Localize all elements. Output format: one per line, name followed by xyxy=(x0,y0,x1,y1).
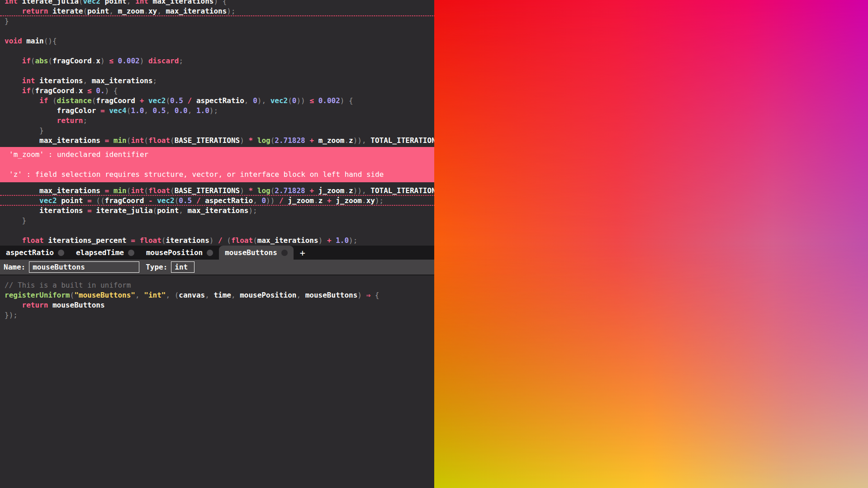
uniform-tab-label: elapsedTime xyxy=(76,248,124,257)
uniform-tab-aspectRatio[interactable]: aspectRatio xyxy=(0,246,70,260)
shader-preview-canvas[interactable] xyxy=(434,0,868,488)
uniform-inspector-bar: Name: Type: xyxy=(0,260,434,275)
code-line: vec2 point = ((fragCoord - vec2(0.5 / as… xyxy=(5,196,434,206)
uniform-type-label: Type: xyxy=(146,263,167,271)
code-line: // This is a built in uniform xyxy=(5,280,434,290)
code-line: max_iterations = min(int(float(BASE_ITER… xyxy=(5,136,434,146)
code-line: void main(){ xyxy=(5,36,434,46)
uniform-name-input[interactable] xyxy=(29,261,139,273)
shader-code-editor[interactable]: int iterate_julia(vec2 point, int max_it… xyxy=(0,0,434,246)
tab-indicator-icon xyxy=(207,250,213,256)
code-line xyxy=(5,46,434,56)
shader-preview-gradient xyxy=(434,0,868,488)
error-message: 'z' : field selection requires structure… xyxy=(9,170,434,180)
error-overlay: 'm_zoom' : undeclared identifier'z' : fi… xyxy=(0,147,434,182)
add-uniform-tab-button[interactable]: + xyxy=(294,246,312,260)
uniform-type-input[interactable] xyxy=(171,261,194,273)
uniform-tab-mousePosition[interactable]: mousePosition xyxy=(140,246,219,260)
uniform-name-label: Name: xyxy=(4,263,25,271)
shader-code-before-error: int iterate_julia(vec2 point, int max_it… xyxy=(5,0,434,146)
tab-indicator-icon xyxy=(58,250,64,256)
code-line: max_iterations = min(int(float(BASE_ITER… xyxy=(5,186,434,196)
error-message: 'm_zoom' : undeclared identifier xyxy=(9,150,434,160)
uniform-tabs-list: aspectRatioelapsedTimemousePositionmouse… xyxy=(0,246,294,260)
code-line xyxy=(5,26,434,36)
shader-code-after-error: max_iterations = min(int(float(BASE_ITER… xyxy=(5,186,434,246)
code-line xyxy=(5,66,434,76)
code-line: float iterations_percent = float(iterati… xyxy=(5,236,434,246)
uniform-tab-label: aspectRatio xyxy=(6,248,54,257)
code-line: if(fragCoord.x ≤ 0.) { xyxy=(5,86,434,96)
uniform-tab-label: mousePosition xyxy=(146,248,203,257)
code-line: } xyxy=(5,216,434,226)
code-line: int iterate_julia(vec2 point, int max_it… xyxy=(5,0,434,6)
uniform-tabs-bar: aspectRatioelapsedTimemousePositionmouse… xyxy=(0,246,434,260)
code-line: if(abs(fragCoord.x) ≤ 0.002) discard; xyxy=(5,56,434,66)
code-line: return iterate(point, m_zoom.xy, max_ite… xyxy=(5,6,434,16)
code-line: } xyxy=(5,126,434,136)
code-line: } xyxy=(5,16,434,26)
tab-indicator-icon xyxy=(281,250,288,256)
code-line: registerUniform("mouseButtons", "int", (… xyxy=(5,290,434,300)
uniform-tab-elapsedTime[interactable]: elapsedTime xyxy=(70,246,140,260)
uniform-tab-label: mouseButtons xyxy=(225,248,277,257)
code-line xyxy=(5,226,434,236)
uniform-code-editor[interactable]: // This is a built in uniformregisterUni… xyxy=(0,275,434,488)
code-line: return mouseButtons xyxy=(5,300,434,310)
uniform-tab-mouseButtons[interactable]: mouseButtons xyxy=(219,246,294,260)
code-line: }); xyxy=(5,310,434,320)
tab-indicator-icon xyxy=(128,250,134,256)
code-line: if (distance(fragCoord + vec2(0.5 / aspe… xyxy=(5,96,434,106)
code-line: return; xyxy=(5,116,434,126)
code-editor-pane: int iterate_julia(vec2 point, int max_it… xyxy=(0,0,434,488)
code-line: iterations = iterate_julia(point, max_it… xyxy=(5,206,434,216)
code-line: int iterations, max_iterations; xyxy=(5,76,434,86)
code-line: fragColor = vec4(1.0, 0.5, 0.0, 1.0); xyxy=(5,106,434,116)
